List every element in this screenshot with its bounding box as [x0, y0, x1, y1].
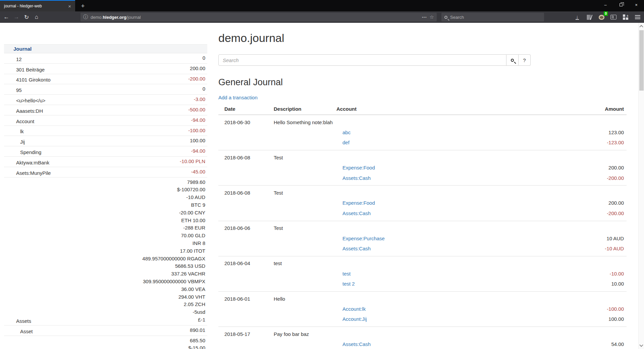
sidebar-account-balance: 100.00: [190, 136, 207, 146]
toolbar-icons: ↓ 0 +: [574, 13, 641, 21]
posting-account-link[interactable]: test 2: [342, 281, 355, 287]
site-info-icon[interactable]: ⓘ: [83, 14, 88, 20]
grid-plus-icon: +: [623, 14, 628, 20]
posting-account-link[interactable]: def: [342, 140, 350, 145]
transaction-description: Test: [274, 225, 283, 231]
posting-account-link[interactable]: Expense:Purchase: [342, 236, 385, 241]
posting-amount: 200.00: [526, 165, 627, 170]
sidebar-account-balance: -500.00: [188, 105, 207, 115]
sidebar-account-balance: -45.00: [191, 167, 207, 177]
posting-account-link[interactable]: Assets:Cash: [342, 341, 371, 347]
sidebar-account-link[interactable]: Assets: [4, 317, 142, 325]
posting-amount: -200.00: [526, 175, 627, 181]
sidebar-account-link[interactable]: 301 Beiträge: [4, 66, 190, 74]
posting-account-link[interactable]: abc: [342, 130, 351, 135]
posting-account-link[interactable]: Assets:Cash: [342, 175, 371, 181]
journal-link[interactable]: Journal: [4, 45, 207, 53]
posting-amount: -10.00: [526, 271, 627, 277]
navigation-toolbar: ← → ↻ ⌂ ⓘ demo.hledger.org/journal ••• ☆…: [0, 11, 644, 23]
add-transaction-link[interactable]: Add a transaction: [218, 95, 258, 100]
sidebar-account-link[interactable]: Asset: [4, 328, 190, 336]
reload-button[interactable]: ↻: [21, 12, 32, 22]
window-controls: – ×: [598, 0, 644, 9]
transaction-date: 2018-05-17: [218, 331, 274, 337]
tab-close-icon[interactable]: ×: [67, 3, 72, 9]
sidebar-account-row: 301 Beiträge200.00: [4, 64, 207, 74]
posting-amount: 10 AUD: [526, 236, 627, 241]
sidebar-account-row: lk-100.00: [4, 126, 207, 136]
journal-search-input[interactable]: [218, 54, 506, 66]
transaction-row: 2018-06-08TestExpense:Food200.00Assets:C…: [218, 150, 627, 186]
page-content: Journal 120301 Beiträge200.004101 Giroko…: [0, 23, 644, 349]
scroll-down-arrow-icon[interactable]: [639, 343, 643, 347]
transaction-row: 2018-06-01HelloAccount:lk-100.00Account:…: [218, 292, 627, 327]
sidebar-account-link[interactable]: Asets:MunyPile: [4, 169, 191, 177]
sidebar-account-link[interactable]: 95: [4, 86, 203, 94]
posting-account-link[interactable]: Account:lk: [342, 306, 366, 312]
sidebar-account-link[interactable]: 12: [4, 55, 203, 63]
sidebar-account-link[interactable]: Jij: [4, 138, 190, 146]
sidebar-account-row: Account-94.00: [4, 115, 207, 126]
tab-bar: journal - hledger-web × + – ×: [0, 0, 644, 11]
posting-amount: -10 AUD: [526, 246, 627, 251]
extensions-button[interactable]: +: [622, 13, 629, 21]
search-submit-button[interactable]: [506, 54, 519, 66]
sidebar-account-link[interactable]: lk: [4, 128, 188, 136]
transaction-row: 2018-06-08TestExpense:Food200.00Assets:C…: [218, 186, 627, 221]
posting-amount: 10.00: [526, 281, 627, 287]
menu-button[interactable]: [634, 13, 641, 21]
posting-account-link[interactable]: Account:Jij: [342, 316, 367, 322]
vertical-scrollbar[interactable]: [638, 23, 644, 349]
sidebar-account-balance: 0: [203, 53, 207, 63]
browser-search-field[interactable]: Search: [441, 13, 544, 21]
page-actions-icon[interactable]: •••: [422, 15, 427, 19]
transaction-row: 2018-05-17Pay foo bar bazAssets:Cash54.0…: [218, 327, 627, 349]
sidebar-account-link[interactable]: Aaasets:DH: [4, 107, 188, 115]
header-description: Description: [274, 106, 336, 112]
window-minimize-button[interactable]: –: [598, 0, 613, 9]
scrollbar-thumb[interactable]: [639, 30, 644, 91]
sidebar-account-row: Asets:MunyPile-45.00: [4, 167, 207, 178]
posting-account-link[interactable]: Assets:Cash: [342, 246, 371, 251]
bookmark-star-icon[interactable]: ☆: [430, 14, 434, 20]
sidebar-account-link[interactable]: Spending: [4, 148, 191, 156]
sidebar-account-row: 120: [4, 53, 207, 64]
search-icon: [444, 16, 447, 19]
home-button[interactable]: ⌂: [32, 12, 42, 22]
sidebar-account-link[interactable]: Account: [4, 117, 191, 126]
transaction-description: Test: [274, 155, 283, 160]
posting-account-link[interactable]: Expense:Food: [342, 200, 375, 206]
sidebar-account-row: 4101 Girokonto-200.00: [4, 74, 207, 85]
posting-account-link[interactable]: Assets:Cash: [342, 210, 371, 216]
sidebar-account-balance: 7989.60$-100720.00-10 AUDBTC 9-20.00 CNY…: [142, 178, 207, 325]
transaction-date: 2018-06-06: [218, 225, 274, 231]
sidebar-account-balance: 685.50$-15.00-10 AUD-30.00 USD: [179, 336, 207, 349]
sidebar-account-link[interactable]: <u>hello</u>: [4, 97, 194, 105]
sidebar-account-balance: -94.00: [191, 146, 207, 156]
sidebar-account-row: Aaasets:DH-500.00: [4, 105, 207, 115]
sidebar-account-link[interactable]: 4101 Girokonto: [4, 76, 188, 84]
downloads-button[interactable]: ↓: [574, 13, 581, 21]
sidebars-button[interactable]: [610, 13, 617, 21]
search-help-button[interactable]: ?: [519, 54, 531, 66]
posting-account-link[interactable]: test: [342, 271, 351, 277]
window-restore-button[interactable]: [613, 0, 629, 9]
back-button[interactable]: ←: [1, 12, 11, 22]
transaction-row: 2018-06-06TestExpense:Purchase10 AUDAsse…: [218, 221, 627, 256]
search-icon: [511, 59, 514, 62]
new-tab-button[interactable]: +: [78, 2, 87, 10]
library-button[interactable]: [586, 13, 593, 21]
sidebar-account-link[interactable]: Aktywa:mBank: [4, 159, 180, 167]
active-tab[interactable]: journal - hledger-web ×: [0, 0, 75, 11]
journal-search-group: ?: [218, 54, 531, 66]
window-close-button[interactable]: ×: [629, 0, 644, 9]
posting-amount: -100.00: [526, 306, 627, 312]
greasemonkey-extension-button[interactable]: 0: [598, 13, 605, 21]
url-bar[interactable]: ⓘ demo.hledger.org/journal ••• ☆: [80, 13, 437, 21]
scroll-up-arrow-icon[interactable]: [639, 25, 643, 29]
posting-account-link[interactable]: Expense:Food: [342, 165, 375, 170]
forward-button[interactable]: →: [11, 12, 21, 22]
extension-badge: 0: [604, 11, 608, 16]
transaction-date: 2018-06-30: [218, 119, 274, 125]
sidebar-account-row: Aktywa:mBank-10.00 PLN: [4, 157, 207, 167]
